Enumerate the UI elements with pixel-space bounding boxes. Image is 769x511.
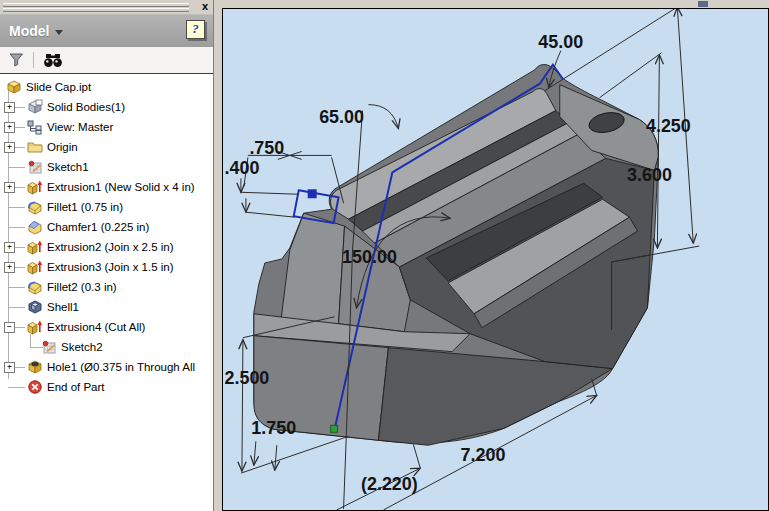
graphics-viewport[interactable]: 45.00 65.00 .750 .400 4.250 3.600 150.00…: [222, 8, 769, 511]
view-icon: [27, 119, 43, 135]
expand-icon[interactable]: +: [4, 142, 15, 153]
fillet-icon: [27, 279, 43, 295]
grip-line: [3, 8, 189, 12]
solid-bodies-icon: [27, 99, 43, 115]
end-of-part-icon: [27, 379, 43, 395]
tree-item-label: Extrusion4 (Cut All): [47, 321, 145, 333]
extrusion-icon: [27, 239, 43, 255]
tree-item-extrusion3-join-x-1-5-in[interactable]: +Extrusion3 (Join x 1.5 in): [0, 257, 213, 277]
tree-item-slide-cap-ipt[interactable]: Slide Cap.ipt: [0, 77, 213, 97]
tree-item-origin[interactable]: +Origin: [0, 137, 213, 157]
tree-connector-stub: [8, 287, 25, 288]
tree-item-sketch2[interactable]: Sketch2: [0, 337, 213, 357]
dimension-3600[interactable]: 3.600: [627, 165, 672, 185]
chevron-down-icon[interactable]: [55, 30, 63, 35]
tree-item-hole1-0-375-in-through-all[interactable]: +Hole1 (Ø0.375 in Through All: [0, 357, 213, 377]
collapse-icon[interactable]: −: [4, 322, 15, 333]
expand-icon[interactable]: +: [4, 122, 15, 133]
dimension-150deg[interactable]: 150.00: [342, 247, 397, 267]
model-tree: Slide Cap.ipt+Solid Bodies(1)+View: Mast…: [0, 74, 213, 511]
tree-item-label: Extrusion3 (Join x 1.5 in): [47, 261, 174, 273]
tree-item-chamfer1-0-225-in[interactable]: Chamfer1 (0.225 in): [0, 217, 213, 237]
shell-icon: [27, 299, 43, 315]
extrusion-icon: [27, 319, 43, 335]
tree-item-extrusion1-new-solid-x-4-in[interactable]: +Extrusion1 (New Solid x 4 in): [0, 177, 213, 197]
chamfer-icon: [27, 219, 43, 235]
tree-item-extrusion2-join-x-2-5-in[interactable]: +Extrusion2 (Join x 2.5 in): [0, 237, 213, 257]
tree-item-label: Sketch1: [47, 161, 89, 173]
dimension-2220-ref[interactable]: (2.220): [361, 474, 418, 494]
tree-item-label: View: Master: [47, 121, 113, 133]
tree-item-label: Hole1 (Ø0.375 in Through All: [47, 361, 195, 373]
left-arm-face: [281, 213, 345, 324]
sketch-point-handle[interactable]: [308, 189, 317, 198]
expand-icon[interactable]: +: [4, 262, 15, 273]
tree-connector-stub: [8, 227, 25, 228]
model-browser-panel: x Model ?: [0, 0, 214, 511]
viewport-top-strip: [214, 0, 769, 8]
panel-close-button[interactable]: x: [202, 0, 208, 13]
tree-connector-stub: [8, 307, 25, 308]
find-binoculars-icon[interactable]: [43, 53, 63, 68]
expand-icon[interactable]: +: [4, 182, 15, 193]
filter-icon[interactable]: [9, 53, 24, 67]
tree-item-label: Shell1: [47, 301, 79, 313]
hole-icon: [27, 359, 43, 375]
expand-icon[interactable]: +: [4, 102, 15, 113]
slide-cap-part[interactable]: [254, 65, 659, 446]
tree-item-label: Solid Bodies(1): [47, 101, 125, 113]
expand-icon[interactable]: +: [4, 242, 15, 253]
tree-item-end-of-part[interactable]: End of Part: [0, 377, 213, 397]
dimension-400[interactable]: .400: [224, 158, 259, 178]
panel-header: Model ?: [0, 15, 213, 47]
tree-item-label: Fillet2 (0.3 in): [47, 281, 117, 293]
sketch-icon: [41, 339, 57, 355]
tree-item-label: Extrusion1 (New Solid x 4 in): [47, 181, 195, 193]
tree-item-label: Sketch2: [61, 341, 103, 353]
model-canvas[interactable]: 45.00 65.00 .750 .400 4.250 3.600 150.00…: [223, 9, 768, 510]
extrusion-icon: [27, 259, 43, 275]
tree-item-solid-bodies-1[interactable]: +Solid Bodies(1): [0, 97, 213, 117]
folder-icon: [27, 139, 43, 155]
tree-connector-stub: [8, 207, 25, 208]
dimension-1750[interactable]: 1.750: [251, 418, 296, 438]
dimension-750[interactable]: .750: [249, 138, 284, 158]
tree-item-label: Fillet1 (0.75 in): [47, 201, 123, 213]
tree-item-fillet2-0-3-in[interactable]: Fillet2 (0.3 in): [0, 277, 213, 297]
tree-item-label: Chamfer1 (0.225 in): [47, 221, 149, 233]
dimension-45deg[interactable]: 45.00: [538, 32, 583, 52]
tree-item-shell1[interactable]: Shell1: [0, 297, 213, 317]
dimension-65deg[interactable]: 65.00: [319, 107, 364, 127]
panel-title[interactable]: Model: [9, 23, 49, 39]
panel-grip-bar[interactable]: x: [0, 0, 213, 15]
tree-item-label: Slide Cap.ipt: [26, 81, 91, 93]
expand-icon[interactable]: +: [4, 362, 15, 373]
tree-item-label: Origin: [47, 141, 78, 153]
toolbar-separator: [33, 52, 34, 68]
dimension-4250[interactable]: 4.250: [646, 117, 691, 137]
tree-item-label: Extrusion2 (Join x 2.5 in): [47, 241, 174, 253]
tree-item-view-master[interactable]: +View: Master: [0, 117, 213, 137]
dimension-7200[interactable]: 7.200: [461, 445, 506, 465]
dimension-2500[interactable]: 2.500: [224, 369, 269, 389]
tree-connector-stub: [8, 167, 25, 168]
panel-toolbar: [0, 47, 213, 74]
strip-tab-mark: [698, 1, 708, 7]
inventor-app: x Model ?: [0, 0, 769, 511]
extrusion-icon: [27, 179, 43, 195]
tree-item-fillet1-0-75-in[interactable]: Fillet1 (0.75 in): [0, 197, 213, 217]
part-icon: [6, 79, 22, 95]
tree-connector-stub: [8, 387, 25, 388]
grip-line: [3, 3, 189, 7]
tree-item-extrusion4-cut-all[interactable]: −Extrusion4 (Cut All): [0, 317, 213, 337]
help-icon[interactable]: ?: [186, 20, 205, 39]
sketch-icon: [27, 159, 43, 175]
tree-connector-stub: [30, 347, 43, 348]
sketch-endpoint-green[interactable]: [331, 425, 338, 432]
tree-item-label: End of Part: [47, 381, 105, 393]
tree-item-sketch1[interactable]: Sketch1: [0, 157, 213, 177]
fillet-icon: [27, 199, 43, 215]
